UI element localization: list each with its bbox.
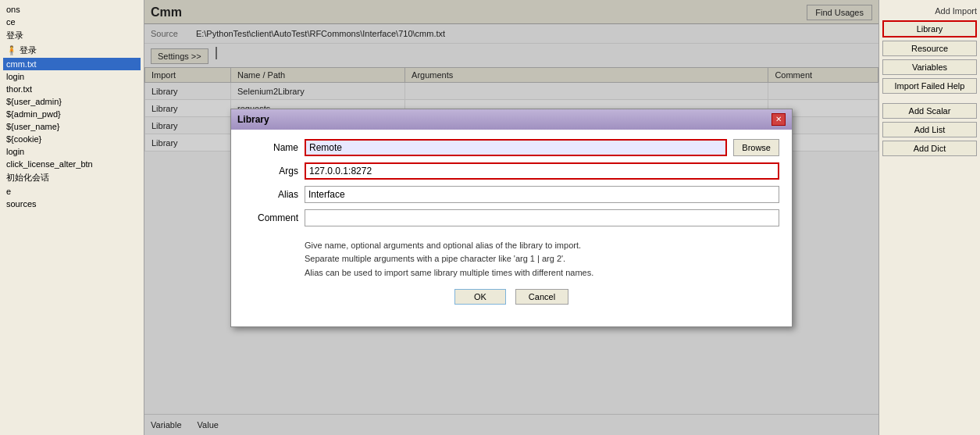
help-line-1: Give name, optional arguments and option…: [305, 239, 779, 253]
sidebar-item-1[interactable]: ce: [3, 16, 141, 28]
main-content: Cmm Find Usages Source E:\PythonTest\cli…: [144, 0, 878, 435]
sidebar-item-cookie[interactable]: ${cookie}: [3, 133, 141, 145]
ok-button[interactable]: OK: [454, 289, 506, 305]
sidebar-item-sources[interactable]: sources: [3, 198, 141, 210]
alias-input[interactable]: [305, 186, 779, 203]
sidebar-item-admin-pwd[interactable]: ${admin_pwd}: [3, 108, 141, 120]
add-dict-button[interactable]: Add Dict: [882, 141, 977, 156]
add-list-button[interactable]: Add List: [882, 122, 977, 137]
args-label: Args: [244, 166, 298, 176]
bottom-buttons-section: Add Scalar Add List Add Dict: [882, 103, 977, 156]
help-line-2: Separate multiple arguments with a pipe …: [305, 252, 779, 266]
resource-button[interactable]: Resource: [882, 41, 977, 56]
modal-titlebar: Library ✕: [231, 109, 792, 130]
library-button[interactable]: Library: [882, 20, 977, 37]
import-failed-help-button[interactable]: Import Failed Help: [882, 78, 977, 94]
variables-button[interactable]: Variables: [882, 59, 977, 75]
modal-footer: OK Cancel: [244, 283, 779, 308]
cancel-button[interactable]: Cancel: [515, 289, 568, 305]
name-label: Name: [244, 142, 298, 153]
add-import-label: Add Import: [882, 5, 977, 17]
modal-help-text: Give name, optional arguments and option…: [244, 233, 779, 283]
sidebar-item-thor-txt[interactable]: thor.txt: [3, 83, 141, 95]
sidebar-item-user-admin[interactable]: ${user_admin}: [3, 95, 141, 108]
alias-row: Alias: [244, 186, 779, 203]
sidebar-item-cmm-txt[interactable]: cmm.txt: [3, 58, 141, 70]
browse-button[interactable]: Browse: [733, 139, 779, 156]
sidebar-item-0[interactable]: ons: [3, 3, 141, 16]
sidebar-item-init-session[interactable]: 初始化会话: [3, 170, 141, 185]
name-input[interactable]: [305, 139, 727, 156]
sidebar-item-login[interactable]: login: [3, 70, 141, 83]
comment-row: Comment: [244, 209, 779, 226]
sidebar-item-login2[interactable]: login: [3, 145, 141, 158]
args-row: Args: [244, 162, 779, 180]
comment-label: Comment: [244, 212, 298, 223]
add-scalar-button[interactable]: Add Scalar: [882, 103, 977, 119]
name-row: Name Browse: [244, 139, 779, 156]
sidebar-item-2[interactable]: 登录: [3, 28, 141, 43]
modal-body: Name Browse Args Alias Comment: [231, 130, 792, 318]
modal-overlay: Library ✕ Name Browse Args Alias: [144, 0, 878, 435]
args-input[interactable]: [305, 162, 779, 180]
help-line-3: Alias can be used to import same library…: [305, 266, 779, 280]
sidebar-item-click-license[interactable]: click_license_alter_btn: [3, 158, 141, 170]
modal-title: Library: [237, 114, 269, 125]
comment-input[interactable]: [305, 209, 779, 226]
sidebar-item-3[interactable]: 🧍 登录: [3, 43, 141, 58]
sidebar-item-user-name[interactable]: ${user_name}: [3, 120, 141, 133]
library-modal: Library ✕ Name Browse Args Alias: [230, 109, 793, 327]
modal-close-button[interactable]: ✕: [772, 113, 786, 126]
sidebar-item-e[interactable]: e: [3, 185, 141, 198]
right-panel: Add Import Library Resource Variables Im…: [878, 0, 980, 435]
sidebar: ons ce 登录 🧍 登录 cmm.txt login thor.txt ${…: [0, 0, 144, 435]
alias-label: Alias: [244, 189, 298, 200]
